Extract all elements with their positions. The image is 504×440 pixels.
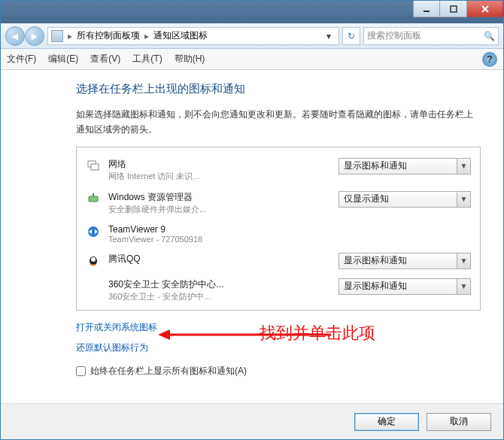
list-item: Windows 资源管理器安全删除硬件并弹出媒介... 仅显示通知▼ xyxy=(86,187,471,220)
svg-rect-5 xyxy=(91,164,99,170)
svg-point-13 xyxy=(90,264,93,266)
breadcrumb-dropdown[interactable]: ▾ xyxy=(322,31,335,41)
svg-point-12 xyxy=(91,257,96,262)
search-icon: 🔍 xyxy=(484,31,495,41)
explorer-icon xyxy=(86,191,101,206)
svg-point-14 xyxy=(93,264,96,266)
menu-view[interactable]: 查看(V) xyxy=(90,53,120,65)
nav-back-button[interactable]: ◄ xyxy=(5,26,25,46)
svg-rect-1 xyxy=(451,6,457,12)
ok-button[interactable]: 确定 xyxy=(354,413,419,431)
toggle-system-icons-link[interactable]: 打开或关闭系统图标 xyxy=(76,321,157,334)
page-description: 如果选择隐藏图标和通知，则不会向您通知更改和更新。若要随时查看隐藏的图标，请单击… xyxy=(76,107,481,138)
breadcrumb-part[interactable]: 通知区域图标 xyxy=(153,29,208,42)
list-item: TeamViewer 9TeamViewer - 727050918 xyxy=(86,220,471,248)
content: 选择在任务栏上出现的图标和通知 如果选择隐藏图标和通知，则不会向您通知更改和更新… xyxy=(1,70,503,403)
behavior-select[interactable]: 显示图标和通知▼ xyxy=(339,278,471,295)
footer: 确定 取消 xyxy=(1,403,503,439)
restore-defaults-link[interactable]: 还原默认图标行为 xyxy=(76,341,148,354)
behavior-select[interactable]: 显示图标和通知▼ xyxy=(339,158,471,174)
list-item: 腾讯QQ 显示图标和通知▼ xyxy=(86,248,471,274)
menu-edit[interactable]: 编辑(E) xyxy=(48,53,78,65)
always-show-checkbox[interactable] xyxy=(76,366,86,376)
menubar: 文件(F) 编辑(E) 查看(V) 工具(T) 帮助(H) ? xyxy=(1,49,503,70)
icon-list: 网络网络 Internet 访问 未识... 显示图标和通知▼ Windows … xyxy=(76,147,481,311)
titlebar xyxy=(1,1,503,23)
list-item: 360安全卫士 安全防护中心...360安全卫士 - 安全防护中... 显示图标… xyxy=(86,274,471,307)
breadcrumb[interactable]: ▸ 所有控制面板项 ▸ 通知区域图标 ▾ xyxy=(47,27,339,45)
always-show-label: 始终在任务栏上显示所有图标和通知(A) xyxy=(90,365,247,378)
chevron-down-icon: ▼ xyxy=(457,253,470,269)
360-icon xyxy=(86,278,101,293)
menu-file[interactable]: 文件(F) xyxy=(7,53,36,65)
chevron-down-icon: ▼ xyxy=(457,279,470,294)
svg-rect-7 xyxy=(93,193,94,196)
close-button[interactable] xyxy=(467,1,503,17)
search-input[interactable]: 搜索控制面板 🔍 xyxy=(363,27,499,45)
chevron-down-icon: ▼ xyxy=(457,159,470,174)
minimize-button[interactable] xyxy=(413,1,440,17)
svg-rect-6 xyxy=(89,196,98,202)
cancel-button[interactable]: 取消 xyxy=(427,413,491,431)
help-icon[interactable]: ? xyxy=(482,52,497,67)
refresh-button[interactable]: ↻ xyxy=(342,27,360,45)
window: ◄ ► ▸ 所有控制面板项 ▸ 通知区域图标 ▾ ↻ 搜索控制面板 🔍 文件(F… xyxy=(0,0,504,440)
chevron-down-icon: ▼ xyxy=(457,192,470,207)
breadcrumb-part[interactable]: 所有控制面板项 xyxy=(77,29,140,42)
nav-forward-button[interactable]: ► xyxy=(25,26,44,46)
behavior-select[interactable]: 仅显示通知▼ xyxy=(339,191,471,208)
menu-tools[interactable]: 工具(T) xyxy=(132,53,162,65)
navbar: ◄ ► ▸ 所有控制面板项 ▸ 通知区域图标 ▾ ↻ 搜索控制面板 🔍 xyxy=(1,23,503,49)
control-panel-icon xyxy=(51,30,63,42)
maximize-button[interactable] xyxy=(440,1,467,17)
teamviewer-icon xyxy=(86,224,101,239)
page-title: 选择在任务栏上出现的图标和通知 xyxy=(76,82,481,96)
menu-help[interactable]: 帮助(H) xyxy=(175,53,205,65)
qq-icon xyxy=(86,253,101,268)
behavior-select[interactable]: 显示图标和通知▼ xyxy=(339,253,471,269)
network-icon xyxy=(86,158,101,173)
list-item: 网络网络 Internet 访问 未识... 显示图标和通知▼ xyxy=(86,153,471,187)
